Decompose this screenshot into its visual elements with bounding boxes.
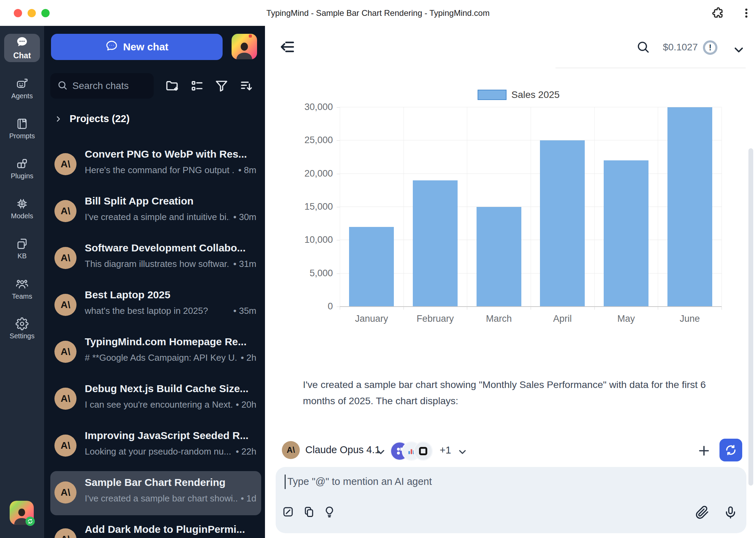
ytick-label: 0 xyxy=(281,301,333,312)
header-chevron-down-icon[interactable] xyxy=(732,43,746,58)
projects-label: Projects (22) xyxy=(70,113,130,124)
text-cursor xyxy=(285,475,286,489)
chart-legend[interactable]: Sales 2025 xyxy=(478,89,560,100)
prompt-library-icon[interactable] xyxy=(282,506,294,519)
model-selector[interactable]: Claude Opus 4.1 xyxy=(305,444,380,456)
gear-icon xyxy=(16,317,29,330)
sidebar-item-agents[interactable]: Agents xyxy=(0,77,44,100)
gridline-h xyxy=(340,173,722,174)
gridline-v xyxy=(594,107,595,307)
xtick-label: February xyxy=(403,313,467,324)
sync-status-badge xyxy=(25,517,35,526)
ytick-label: 15,000 xyxy=(281,201,333,212)
legend-label: Sales 2025 xyxy=(511,89,560,100)
xtick-label: May xyxy=(594,313,658,324)
anthropic-avatar: A\ xyxy=(54,481,76,504)
plugin-icon-3[interactable] xyxy=(413,441,433,461)
notification-dot xyxy=(249,34,252,38)
anthropic-avatar: A\ xyxy=(54,247,76,269)
lightbulb-icon[interactable] xyxy=(323,506,336,519)
sidebar-item-chat[interactable]: Chat xyxy=(4,34,40,62)
gridline-v xyxy=(467,107,467,307)
regenerate-button[interactable] xyxy=(719,439,742,461)
ytick-label: 20,000 xyxy=(281,168,333,179)
sidebar-item-plugins[interactable]: Plugins xyxy=(0,157,44,180)
collapse-sidebar-icon[interactable] xyxy=(279,39,296,57)
bulk-select-list-icon[interactable] xyxy=(190,79,204,93)
chip-icon xyxy=(16,197,29,210)
sidebar-item-label: Settings xyxy=(10,332,34,340)
paperclip-icon[interactable] xyxy=(695,506,709,521)
plugins-more-count[interactable]: +1 xyxy=(440,445,451,456)
chart-bar xyxy=(349,227,394,307)
anthropic-avatar: A\ xyxy=(54,294,76,316)
message-input-card: Type "@" to mention an AI agent xyxy=(276,467,746,533)
chat-list-item[interactable]: A\ Software Development Collabo... This … xyxy=(50,237,261,281)
tick-mark-x xyxy=(594,307,595,310)
chat-list-item[interactable]: A\ TypingMind.com Homepage Re... # **Goo… xyxy=(50,330,261,375)
sidebar-item-label: Chat xyxy=(13,51,31,60)
microphone-icon[interactable] xyxy=(724,506,737,521)
usage-cost[interactable]: $0.1027 xyxy=(655,42,698,53)
cost-warning-icon[interactable]: ! xyxy=(703,40,717,55)
account-avatar[interactable] xyxy=(232,34,257,59)
sidebar-item-settings[interactable]: Settings xyxy=(0,317,44,340)
new-chat-label: New chat xyxy=(123,41,168,53)
titlebar: TypingMind - Sample Bar Chart Rendering … xyxy=(0,0,756,26)
chat-list-item[interactable]: A\ Improving JavaScript Seeded R... Look… xyxy=(50,424,261,468)
sidebar-item-teams[interactable]: Teams xyxy=(0,278,44,300)
xtick-label: April xyxy=(531,313,594,324)
tick-mark-x xyxy=(658,307,658,310)
ytick-label: 25,000 xyxy=(281,135,333,146)
xtick-label: March xyxy=(467,313,531,324)
extensions-puzzle-icon[interactable] xyxy=(711,6,724,21)
tick-mark-y xyxy=(337,174,340,174)
chat-list-item[interactable]: A\ Convert PNG to WebP with Res... Here'… xyxy=(50,143,261,187)
pages-copy-icon[interactable] xyxy=(303,506,315,519)
gridline-v xyxy=(722,107,722,307)
tick-mark-y xyxy=(337,140,340,141)
chat-list-item[interactable]: A\ Debug Next.js Build Cache Size... I c… xyxy=(50,377,261,421)
new-chat-button[interactable]: New chat xyxy=(51,34,223,60)
filter-funnel-icon[interactable] xyxy=(214,79,229,93)
gridline-v xyxy=(658,107,658,307)
sidebar-item-label: Plugins xyxy=(11,172,33,180)
sidebar-item-models[interactable]: Models xyxy=(0,197,44,220)
tick-mark-y xyxy=(337,273,340,274)
nav-rail: Chat Agents Prompts Plugins Models xyxy=(0,26,44,538)
search-conversation-icon[interactable] xyxy=(636,40,650,55)
sort-icon[interactable] xyxy=(239,79,254,93)
sidebar-item-prompts[interactable]: Prompts xyxy=(0,117,44,140)
anthropic-avatar: A\ xyxy=(54,388,76,410)
chat-list-item-selected[interactable]: A\ Sample Bar Chart Rendering I've creat… xyxy=(50,471,261,515)
gridline-h xyxy=(340,207,722,207)
ytick-label: 10,000 xyxy=(281,235,333,245)
chat-list-item[interactable]: A\ Add Dark Mode to PluginPermi... xyxy=(50,518,261,538)
anthropic-avatar: A\ xyxy=(54,435,76,457)
ytick-label: 30,000 xyxy=(281,102,333,112)
message-input[interactable]: Type "@" to mention an AI agent xyxy=(287,476,432,487)
add-attachment-plus-icon[interactable] xyxy=(697,444,711,459)
projects-section-toggle[interactable]: Projects (22) xyxy=(54,113,130,124)
model-chevron-down-icon[interactable] xyxy=(375,446,387,459)
gridline-h xyxy=(340,107,722,107)
gridline-h xyxy=(340,240,722,240)
browser-menu-kebab-icon[interactable] xyxy=(739,6,753,21)
sidebar-item-kb[interactable]: KB xyxy=(0,237,44,260)
search-chats-input[interactable]: Search chats xyxy=(50,73,154,99)
people-icon xyxy=(16,278,29,291)
chart-bar xyxy=(477,207,521,307)
chat-list-item[interactable]: A\ Best Laptop 2025 what's the best lapt… xyxy=(50,283,261,328)
legend-swatch xyxy=(478,90,507,100)
scrollbar-thumb[interactable] xyxy=(748,148,753,486)
tick-mark-y xyxy=(337,307,340,307)
sidebar-item-label: Prompts xyxy=(9,132,35,140)
chat-list-item[interactable]: A\ Bill Split App Creation I've created … xyxy=(50,190,261,234)
new-folder-icon[interactable] xyxy=(165,79,180,93)
gridline-h xyxy=(340,140,722,140)
sidebar-item-label: Agents xyxy=(11,92,33,100)
chart-bar xyxy=(604,160,648,307)
gridline-v xyxy=(531,107,531,307)
plugins-chevron-down-icon[interactable] xyxy=(457,446,468,459)
model-avatar: A\ xyxy=(282,441,300,459)
